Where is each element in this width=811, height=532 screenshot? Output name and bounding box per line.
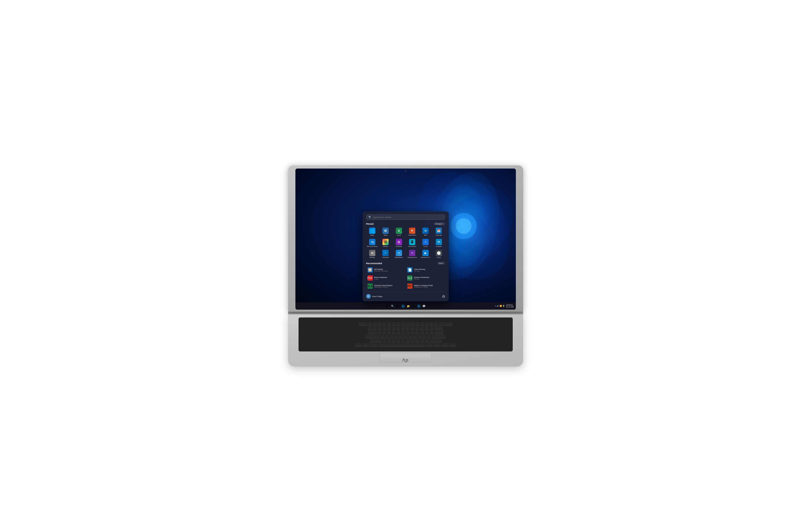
recommended-section: Recommended More 🪟 Get Started Welcome t… bbox=[366, 262, 445, 290]
adatum-text: Adatum Company Profile Yesterday at 1:15… bbox=[414, 285, 433, 288]
app-onenote[interactable]: N OneNote bbox=[393, 238, 405, 248]
svg-point-7 bbox=[450, 213, 477, 239]
taskbar-center: ⊞ 🔍 ▣ 🌐 📁 ✉ 🌐 💬 bbox=[385, 304, 426, 308]
travel-icon: 📄 bbox=[407, 267, 412, 273]
start-button[interactable]: ⊞ bbox=[385, 304, 389, 308]
whiteboard-label: Whiteboard bbox=[395, 257, 403, 258]
calculator-icon: = bbox=[382, 250, 389, 256]
movies-label: Movies & TV bbox=[421, 257, 430, 258]
edge-icon: 🌐 bbox=[369, 228, 375, 234]
qwerty-key-row bbox=[368, 331, 444, 334]
app-store[interactable]: 🛍 Microsoft Store bbox=[366, 238, 379, 248]
taskbar-mail[interactable]: ✉ bbox=[411, 304, 416, 308]
linkedin-label: LinkedIn bbox=[436, 246, 442, 247]
taskbar-edge2[interactable]: 🌐 bbox=[417, 304, 421, 308]
app-calculator[interactable]: = Calculator bbox=[380, 249, 392, 259]
movies-icon: ▶ bbox=[422, 250, 429, 256]
app-word[interactable]: W Word bbox=[380, 227, 392, 237]
laptop: 🔍 Type here to search Pinned All apps › bbox=[288, 165, 523, 367]
rec-payroll[interactable]: XLS Quarterly Payroll Report Yesterday a… bbox=[366, 283, 406, 290]
brand-icon: PDF bbox=[367, 275, 373, 280]
onenote-label: OneNote bbox=[396, 246, 402, 247]
taskbar-search[interactable]: 🔍 bbox=[391, 304, 395, 308]
snipping-label: Snipping Tool bbox=[408, 257, 417, 258]
taskbar-taskview[interactable]: ▣ bbox=[396, 304, 400, 308]
laptop-hinge bbox=[288, 312, 523, 314]
clock-icon: 🕐 bbox=[436, 250, 442, 256]
search-bar[interactable]: 🔍 Type here to search bbox=[366, 214, 445, 220]
app-todo[interactable]: ✓ To Do bbox=[419, 238, 432, 248]
app-settings[interactable]: ⚙ Settings bbox=[366, 249, 379, 259]
snipping-icon: ✂ bbox=[409, 250, 415, 256]
todo-label: To Do bbox=[424, 246, 428, 247]
get-started-icon: 🪟 bbox=[367, 267, 373, 273]
pinned-header: Pinned All apps › bbox=[366, 222, 445, 225]
app-linkedin[interactable]: in LinkedIn bbox=[433, 238, 445, 248]
clock-label: Clock bbox=[437, 257, 441, 258]
recommended-header: Recommended More bbox=[366, 262, 445, 265]
settings-icon: ⚙ bbox=[369, 250, 375, 256]
number-key-row bbox=[368, 326, 443, 330]
taskbar-teams[interactable]: 💬 bbox=[422, 304, 426, 308]
camera bbox=[405, 170, 407, 172]
app-excel[interactable]: X Excel bbox=[393, 227, 405, 237]
taskbar-edge[interactable]: 🌐 bbox=[401, 304, 405, 308]
keyboard bbox=[299, 318, 513, 351]
app-movies[interactable]: ▶ Movies & TV bbox=[419, 249, 432, 259]
rec-get-started[interactable]: 🪟 Get Started Welcome to Windows bbox=[366, 266, 406, 274]
user-name: Sara Philips bbox=[372, 295, 383, 298]
rec-travel[interactable]: 📄 Travel Itinerary 17m ago bbox=[406, 266, 445, 274]
photos-icon: 🖼 bbox=[382, 239, 389, 245]
taskbar-datetime: 10/20/21 11:11 AM bbox=[506, 304, 514, 308]
pinned-label: Pinned bbox=[366, 223, 373, 225]
app-snipping[interactable]: ✂ Snipping Tool bbox=[406, 249, 418, 259]
search-input-placeholder[interactable]: Type here to search bbox=[373, 216, 392, 218]
onenote-icon: N bbox=[396, 239, 402, 245]
hp-logo: hp bbox=[402, 358, 409, 363]
phone-label: Your Phone bbox=[408, 246, 416, 247]
fn-key-row bbox=[358, 322, 453, 326]
bottom-key-row bbox=[355, 343, 457, 347]
all-apps-button[interactable]: All apps › bbox=[433, 222, 445, 225]
powerpoint-label: PowerPoint bbox=[408, 234, 416, 236]
search-icon: 🔍 bbox=[369, 216, 371, 218]
powerpoint-icon: P bbox=[409, 228, 415, 234]
zxcv-key-row bbox=[369, 339, 442, 343]
adatum-icon: PPT bbox=[407, 284, 412, 289]
store-icon: 🛍 bbox=[369, 239, 375, 245]
more-button[interactable]: More bbox=[437, 262, 445, 265]
power-button[interactable]: ⏻ bbox=[442, 295, 445, 298]
rec-adatum[interactable]: PPT Adatum Company Profile Yesterday at … bbox=[406, 283, 445, 290]
asdf-key-row bbox=[365, 335, 446, 338]
mail-label: Mail bbox=[424, 234, 427, 236]
user-info[interactable]: S Sara Philips bbox=[366, 294, 383, 299]
excel-icon: X bbox=[396, 228, 402, 234]
pinned-grid: 🌐 Edge W Word X Excel P bbox=[366, 227, 445, 259]
app-calendar[interactable]: 📅 Calendar bbox=[433, 227, 445, 237]
app-whiteboard[interactable]: ✏ Whiteboard bbox=[393, 249, 405, 259]
taskbar: ⊞ 🔍 ▣ 🌐 📁 ✉ 🌐 💬 ∧ 🔊 📶 🔋 10/20/21 bbox=[295, 302, 516, 310]
taskbar-right: ∧ 🔊 📶 🔋 10/20/21 11:11 AM bbox=[495, 304, 514, 308]
app-clock[interactable]: 🕐 Clock bbox=[433, 249, 445, 259]
app-powerpoint[interactable]: P PowerPoint bbox=[406, 227, 418, 237]
laptop-base: hp bbox=[288, 314, 523, 367]
rec-brand[interactable]: PDF Brand Guidelines 2h ago bbox=[366, 274, 406, 282]
taskbar-explorer[interactable]: 📁 bbox=[406, 304, 410, 308]
todo-icon: ✓ bbox=[422, 239, 429, 245]
laptop-lid: 🔍 Type here to search Pinned All apps › bbox=[288, 165, 523, 312]
app-photos[interactable]: 🖼 Photos bbox=[380, 238, 392, 248]
store-label: Microsoft Store bbox=[367, 246, 378, 247]
app-phone[interactable]: 📱 Your Phone bbox=[406, 238, 418, 248]
app-mail[interactable]: ✉ Mail bbox=[419, 227, 432, 237]
svg-point-8 bbox=[456, 218, 472, 234]
screen-bezel: 🔍 Type here to search Pinned All apps › bbox=[295, 169, 516, 310]
calculator-label: Calculator bbox=[382, 257, 389, 258]
app-edge[interactable]: 🌐 Edge bbox=[366, 227, 379, 237]
payroll-text: Quarterly Payroll Report Yesterday at 4:… bbox=[374, 285, 393, 288]
desktop: 🔍 Type here to search Pinned All apps › bbox=[295, 169, 516, 310]
taskbar-systray: ∧ 🔊 📶 🔋 bbox=[495, 305, 505, 307]
calendar-label: Calendar bbox=[436, 234, 442, 236]
brand-text: Brand Guidelines 2h ago bbox=[374, 276, 387, 280]
edge-label: Edge bbox=[370, 234, 374, 236]
rec-expense[interactable]: XLS Expense Worksheet 12h ago bbox=[406, 274, 445, 282]
